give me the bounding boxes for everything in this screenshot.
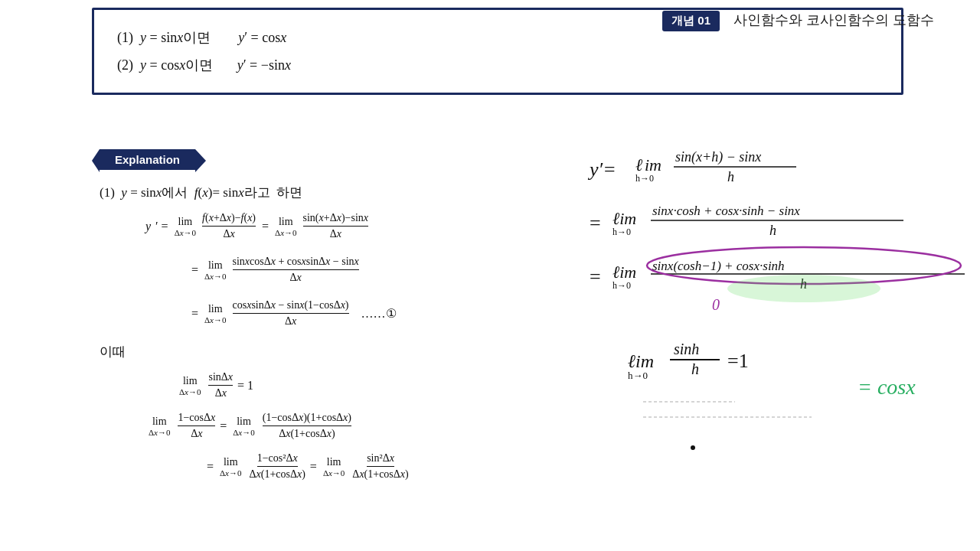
concept-tag: 개념 01 bbox=[662, 11, 720, 31]
svg-text:ℓim: ℓim bbox=[628, 351, 654, 371]
svg-text:h: h bbox=[691, 360, 699, 377]
svg-text:sinx(cosh−1) + cosx·sinh: sinx(cosh−1) + cosx·sinh bbox=[652, 259, 785, 273]
handwritten-area: y′= ℓ i m h→0 sin(x+h) − sinx h = ℓim h→… bbox=[582, 142, 980, 551]
svg-text:h: h bbox=[769, 223, 776, 238]
math-row-1: y′ = lim Δx→0 f(x+Δx)−f(x) Δx = lim Δx→0… bbox=[145, 212, 612, 240]
math-row-6: = lim Δx→0 1−cos²Δx Δx(1+cosΔx) = lim Δx… bbox=[207, 452, 612, 481]
svg-text:sin(x+h) − sinx: sin(x+h) − sinx bbox=[675, 149, 761, 165]
svg-text:0: 0 bbox=[712, 296, 720, 313]
math-content: (1) y = sinx에서 f(x)= sinx라고 하면 y′ = lim … bbox=[100, 184, 612, 493]
svg-text:ℓim: ℓim bbox=[612, 209, 636, 228]
svg-text:h→0: h→0 bbox=[628, 370, 648, 381]
svg-text:ℓim: ℓim bbox=[612, 262, 636, 282]
svg-text:=: = bbox=[590, 266, 601, 288]
explanation-badge-text: Explanation bbox=[115, 153, 180, 166]
concept-title: 사인함수와 코사인함수의 도함수 bbox=[733, 11, 934, 29]
math-row-3: = lim Δx→0 cosxsinΔx − sinx(1−cosΔx) Δx … bbox=[191, 299, 612, 328]
math-row-4: lim Δx→0 sinΔx Δx = 1 bbox=[176, 371, 612, 399]
math-row-5: lim Δx→0 1−cosΔx Δx = lim Δx→0 (1−cosΔx)… bbox=[145, 412, 612, 440]
svg-point-21 bbox=[727, 275, 880, 302]
svg-text:= cosx: = cosx bbox=[858, 375, 916, 399]
handwritten-svg: y′= ℓ i m h→0 sin(x+h) − sinx h = ℓim h→… bbox=[582, 142, 980, 551]
svg-text:h→0: h→0 bbox=[612, 280, 631, 291]
svg-text:sinx·cosh + cosx·sinh − sinx: sinx·cosh + cosx·sinh − sinx bbox=[652, 204, 800, 218]
svg-point-32 bbox=[691, 445, 695, 450]
svg-text:ℓ: ℓ bbox=[635, 155, 643, 174]
svg-text:sinh: sinh bbox=[674, 341, 699, 357]
svg-text:m: m bbox=[649, 155, 662, 174]
concept-line-2: (2) y = cosx이면 y′ = −sinx bbox=[117, 51, 878, 79]
svg-text:=1: =1 bbox=[727, 350, 749, 372]
svg-text:h→0: h→0 bbox=[635, 173, 654, 184]
svg-text:y′=: y′= bbox=[587, 158, 616, 181]
svg-text:h: h bbox=[727, 169, 734, 184]
svg-text:h→0: h→0 bbox=[612, 227, 631, 237]
explanation-header: Explanation bbox=[92, 149, 195, 170]
ittae-text: 이때 bbox=[100, 343, 612, 360]
svg-text:=: = bbox=[590, 212, 601, 234]
math-intro: (1) y = sinx에서 f(x)= sinx라고 하면 bbox=[100, 184, 612, 201]
math-row-2: = lim Δx→0 sinxcosΔx + cosxsinΔx − sinx … bbox=[191, 256, 612, 284]
